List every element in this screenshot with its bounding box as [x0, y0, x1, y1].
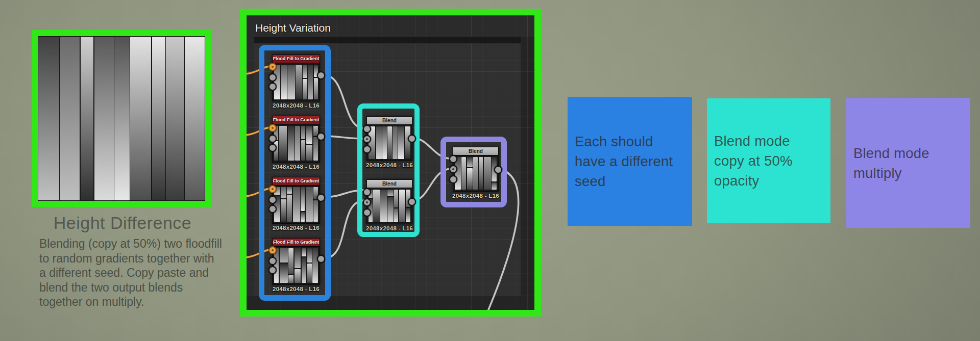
- input-port[interactable]: [268, 205, 277, 213]
- node-title: Flood Fill to Gradient: [273, 177, 320, 186]
- input-port[interactable]: [268, 196, 277, 204]
- output-port[interactable]: [317, 194, 325, 202]
- node-size-label: 2048x2048 - L16: [265, 225, 327, 231]
- input-port[interactable]: [268, 63, 277, 71]
- input-port[interactable]: [268, 185, 277, 193]
- input-port[interactable]: [268, 246, 277, 254]
- input-port[interactable]: [268, 135, 277, 143]
- node-thumbnail[interactable]: [274, 187, 318, 222]
- left-section-title: Height Difference: [20, 213, 225, 233]
- node-thumbnail[interactable]: [368, 189, 411, 223]
- height-difference-preview-image: [38, 36, 205, 201]
- node-title: Blend: [367, 117, 412, 125]
- node-size-label: 2048x2048 - L16: [265, 286, 327, 292]
- input-port[interactable]: [363, 208, 371, 217]
- node-title: Flood Fill to Gradient: [273, 239, 320, 247]
- input-port[interactable]: [449, 175, 457, 183]
- left-section-description: Blending (copy at 50%) two floodfill to …: [39, 237, 223, 309]
- node-size-label: 2048x2048 - L16: [265, 164, 327, 170]
- node-size-label: 2048x2048 - L16: [360, 225, 419, 231]
- blend-node-final[interactable]: Blend 2048x2048 - L16: [453, 147, 499, 192]
- node-thumbnail[interactable]: [274, 125, 318, 161]
- annotation-line: multiply: [853, 163, 965, 183]
- blend-node-2[interactable]: Blend 2048x2048 - L16: [366, 179, 412, 224]
- floodfill-node-1[interactable]: Flood Fill to Gradient 2048x2048 - L16: [272, 55, 320, 101]
- annotation-multiply-note: Blend mode multiply: [846, 98, 970, 228]
- input-port[interactable]: [363, 125, 371, 133]
- node-title: Flood Fill to Gradient: [273, 55, 320, 63]
- input-port[interactable]: [268, 83, 277, 91]
- output-port[interactable]: [408, 198, 416, 206]
- output-port[interactable]: [494, 166, 502, 174]
- annotation-line: have a different: [575, 151, 687, 171]
- input-port[interactable]: [268, 266, 277, 274]
- floodfill-node-4[interactable]: Flood Fill to Gradient 2048x2048 - L16: [272, 238, 320, 285]
- annotation-line: opacity: [714, 171, 825, 191]
- graph-title: Height Variation: [255, 22, 331, 34]
- annotation-line: Blend mode: [714, 131, 825, 151]
- blend-node-1[interactable]: Blend 2048x2048 - L16: [366, 116, 412, 161]
- input-port[interactable]: [268, 73, 277, 82]
- node-title: Blend: [453, 147, 498, 155]
- node-size-label: 2048x2048 - L16: [360, 162, 419, 168]
- output-port[interactable]: [317, 133, 325, 141]
- description-line: Blending (copy at 50%) two floodfill: [39, 237, 223, 251]
- annotation-line: Blend mode: [853, 143, 965, 163]
- node-thumbnail[interactable]: [454, 156, 497, 190]
- graph-canvas[interactable]: Height Variation: [247, 15, 534, 310]
- input-port[interactable]: [449, 165, 457, 173]
- page: Height Difference Blending (copy at 50%)…: [0, 0, 980, 341]
- floodfill-node-3[interactable]: Flood Fill to Gradient 2048x2048 - L16: [272, 177, 320, 224]
- node-size-label: 2048x2048 - L16: [446, 193, 505, 199]
- node-size-label: 2048x2048 - L16: [265, 102, 327, 109]
- description-line: to random gradients together with: [39, 251, 223, 266]
- input-port[interactable]: [363, 135, 371, 143]
- node-title: Blend: [367, 180, 412, 188]
- node-title: Flood Fill to Gradient: [273, 116, 320, 124]
- node-thumbnail[interactable]: [274, 64, 318, 100]
- input-port[interactable]: [363, 145, 371, 153]
- height-variation-graph-panel: Height Variation: [240, 9, 541, 317]
- input-port[interactable]: [268, 144, 277, 152]
- input-port[interactable]: [268, 257, 277, 265]
- annotation-line: seed: [575, 171, 687, 191]
- input-port[interactable]: [363, 188, 371, 196]
- node-thumbnail[interactable]: [368, 126, 411, 160]
- annotation-copy-blend-note: Blend mode copy at 50% opacity: [707, 98, 830, 223]
- description-line: a different seed. Copy paste and: [39, 266, 223, 280]
- output-port[interactable]: [317, 255, 325, 263]
- output-port[interactable]: [317, 71, 325, 80]
- input-port[interactable]: [268, 124, 277, 132]
- annotation-line: copy at 50%: [714, 151, 825, 171]
- height-difference-preview-frame: [32, 30, 211, 207]
- annotation-seed-note: Each should have a different seed: [568, 97, 692, 226]
- description-line: blend the two output blends: [39, 280, 223, 295]
- node-thumbnail[interactable]: [274, 248, 318, 283]
- annotation-line: Each should: [575, 132, 687, 151]
- floodfill-node-2[interactable]: Flood Fill to Gradient 2048x2048 - L16: [272, 116, 320, 163]
- input-port[interactable]: [449, 155, 457, 163]
- output-port[interactable]: [408, 135, 416, 143]
- input-port[interactable]: [363, 198, 371, 206]
- description-line: together on multiply.: [39, 295, 223, 309]
